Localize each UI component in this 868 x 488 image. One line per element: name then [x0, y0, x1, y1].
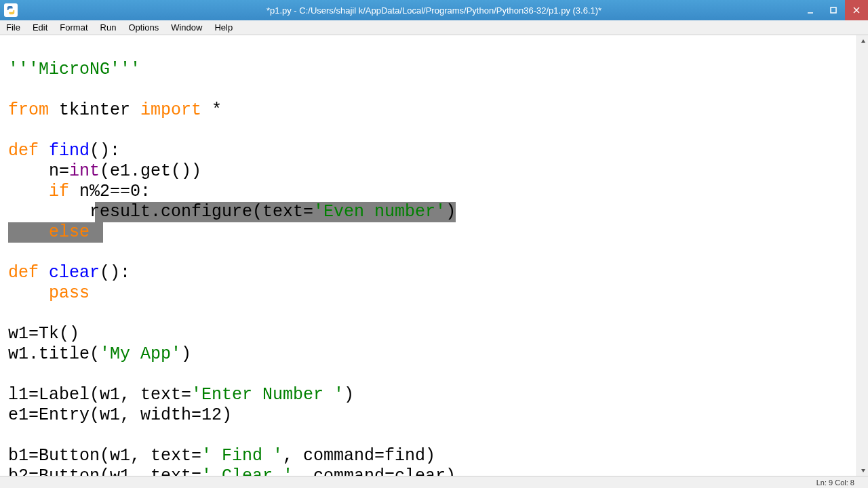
menu-window[interactable]: Window	[165, 20, 208, 35]
svg-marker-4	[861, 39, 865, 43]
scroll-down-arrow[interactable]	[857, 464, 868, 476]
code-line: def find():	[8, 141, 120, 161]
menu-file[interactable]: File	[0, 20, 26, 35]
code-line: from tkinter import *	[8, 100, 222, 120]
code-line: w1=Tk()	[8, 324, 79, 344]
menubar: File Edit Format Run Options Window Help	[0, 20, 868, 35]
code-line: b2=Button(w1, text=' Clear ', command=cl…	[8, 466, 456, 476]
code-line: e1=Entry(w1, width=12)	[8, 405, 232, 425]
menu-edit[interactable]: Edit	[26, 20, 54, 35]
code-line: n=int(e1.get())	[8, 161, 201, 181]
code-line: w1.title('My App')	[8, 344, 191, 364]
editor-area: '''MicroNG''' from tkinter import * def …	[0, 35, 868, 476]
menu-format[interactable]: Format	[54, 20, 94, 35]
code-line-selected: else:	[8, 222, 100, 242]
code-editor[interactable]: '''MicroNG''' from tkinter import * def …	[0, 35, 856, 476]
svg-rect-1	[831, 7, 836, 13]
code-line: def clear():	[8, 263, 130, 283]
minimize-button[interactable]	[799, 0, 822, 20]
window-controls	[799, 0, 868, 20]
code-line: '''MicroNG'''	[8, 60, 140, 79]
python-idle-icon	[4, 3, 18, 17]
code-line: l1=Label(w1, text='Enter Number ')	[8, 385, 354, 405]
menu-help[interactable]: Help	[208, 20, 239, 35]
code-line-selected: result.configure(text='Even number')	[8, 202, 456, 222]
maximize-button[interactable]	[822, 0, 845, 20]
svg-marker-5	[861, 469, 865, 472]
vertical-scrollbar[interactable]	[856, 35, 868, 476]
statusbar: Ln: 9 Col: 8	[0, 476, 868, 488]
menu-options[interactable]: Options	[122, 20, 165, 35]
close-button[interactable]	[845, 0, 868, 20]
window-title: *p1.py - C:/Users/shajil k/AppData/Local…	[267, 5, 601, 16]
titlebar[interactable]: *p1.py - C:/Users/shajil k/AppData/Local…	[0, 0, 868, 20]
code-line: pass	[8, 283, 90, 303]
cursor-position: Ln: 9 Col: 8	[816, 479, 854, 487]
code-line: b1=Button(w1, text=' Find ', command=fin…	[8, 446, 435, 466]
scroll-up-arrow[interactable]	[857, 35, 868, 47]
menu-run[interactable]: Run	[94, 20, 123, 35]
code-line: if n%2==0:	[8, 182, 151, 201]
